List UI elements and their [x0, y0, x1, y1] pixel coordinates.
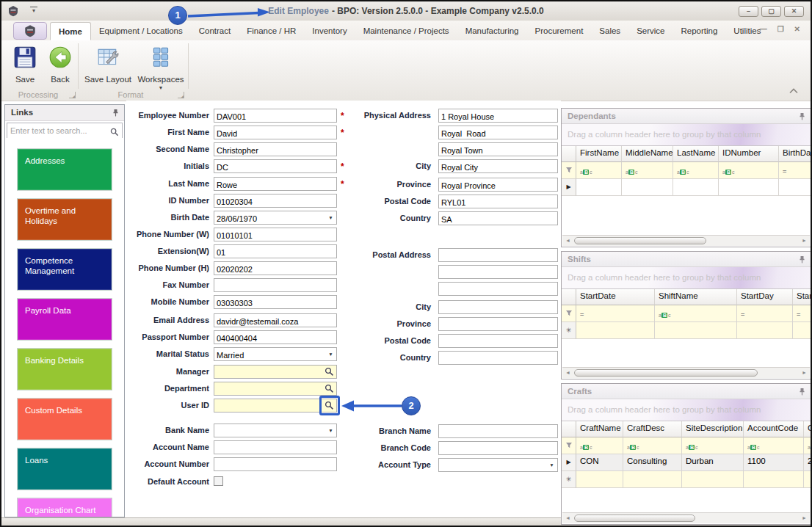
- filter-cell-starttime[interactable]: =: [793, 305, 811, 322]
- filter-cell-idnumber[interactable]: aBc: [719, 162, 779, 179]
- collapse-ribbon-icon[interactable]: [789, 87, 799, 94]
- links-pin-icon[interactable]: [112, 109, 120, 119]
- default-account-checkbox[interactable]: [214, 476, 223, 486]
- branch-name-field[interactable]: [438, 424, 558, 438]
- city-field[interactable]: [438, 159, 558, 173]
- filter-cell-firstname[interactable]: aBc: [576, 162, 622, 179]
- column-header-shiftname[interactable]: ShiftName: [655, 289, 737, 305]
- account-type-field[interactable]: ▼: [438, 458, 558, 472]
- mdi-restore-icon[interactable]: ❐: [777, 25, 784, 33]
- grid-cell[interactable]: CON: [576, 454, 623, 471]
- filter-cell-startdate[interactable]: =: [576, 305, 655, 322]
- country-field[interactable]: [438, 211, 558, 225]
- postal-code-field[interactable]: [438, 195, 558, 208]
- grid-cell[interactable]: [744, 471, 804, 488]
- blank-input[interactable]: [439, 284, 557, 297]
- workspaces-button[interactable]: Workspaces ▼: [135, 43, 186, 90]
- grid-cell[interactable]: [673, 179, 719, 196]
- back-button[interactable]: Back: [40, 43, 81, 90]
- scroll-thumb[interactable]: [574, 369, 758, 377]
- branch-name-input[interactable]: [439, 426, 557, 439]
- province-input[interactable]: [439, 319, 557, 332]
- filter-cell-sitedescription[interactable]: aBc: [682, 437, 744, 454]
- tab-reporting[interactable]: Reporting: [673, 22, 725, 40]
- column-header-sitedescription[interactable]: SiteDescription: [682, 421, 744, 437]
- city-input[interactable]: [439, 302, 557, 315]
- country-field[interactable]: [438, 351, 558, 365]
- tab-sales[interactable]: Sales: [591, 22, 628, 40]
- country-input[interactable]: [439, 353, 557, 366]
- format-dialog-launcher-icon[interactable]: [178, 92, 184, 98]
- phone-number-w-field[interactable]: [214, 228, 337, 241]
- grid-cell[interactable]: [576, 179, 622, 196]
- grid-cell[interactable]: Consulting: [623, 454, 682, 471]
- scroll-left-icon[interactable]: ◄: [565, 238, 570, 243]
- links-tile-banking-details[interactable]: Banking Details: [17, 348, 112, 390]
- column-header-starttime[interactable]: StartTime: [793, 289, 811, 305]
- branch-code-field[interactable]: [438, 441, 558, 455]
- grid-cell[interactable]: [719, 179, 779, 196]
- manager-lookup-icon[interactable]: [323, 366, 335, 377]
- department-field[interactable]: [214, 382, 337, 396]
- province-field[interactable]: [438, 317, 558, 331]
- blank-input[interactable]: [439, 267, 557, 280]
- filter-cell-accountcode[interactable]: aBc: [744, 437, 804, 454]
- postal-code-input[interactable]: [439, 197, 557, 209]
- links-tile-overtime-and-holidays[interactable]: Overtime and Holidays: [17, 198, 112, 241]
- phone-number-w-input[interactable]: [214, 230, 336, 242]
- branch-code-input[interactable]: [439, 443, 557, 456]
- column-header-craftdesc[interactable]: CraftDesc: [623, 421, 682, 437]
- blank-input[interactable]: [439, 128, 557, 140]
- grid-cell[interactable]: [779, 179, 811, 196]
- scroll-right-icon[interactable]: ►: [802, 238, 807, 243]
- search-icon[interactable]: [110, 126, 119, 139]
- province-input[interactable]: [439, 180, 557, 192]
- department-lookup-icon[interactable]: [323, 383, 335, 394]
- postal-code-input[interactable]: [439, 336, 557, 349]
- dependants-pin-icon[interactable]: [798, 112, 806, 123]
- blank-input[interactable]: [439, 145, 557, 157]
- grid-cell[interactable]: 1100: [744, 454, 804, 471]
- manager-input[interactable]: [214, 367, 323, 379]
- filter-cell-birthdate[interactable]: =: [779, 162, 811, 179]
- dropdown-icon[interactable]: ▼: [547, 459, 557, 470]
- postal-address-input[interactable]: [439, 250, 557, 263]
- filter-cell-middlename[interactable]: aBc: [622, 162, 673, 179]
- dependants-hscrollbar[interactable]: ◄►: [562, 235, 810, 246]
- links-tile-organisation-chart[interactable]: Organisation Chart: [17, 498, 112, 517]
- mdi-minimize-icon[interactable]: —: [760, 25, 767, 33]
- crafts-pin-icon[interactable]: [798, 388, 806, 398]
- user-id-field[interactable]: [214, 399, 337, 412]
- links-tile-payroll-data[interactable]: Payroll Data: [17, 298, 112, 341]
- column-header-idnumber[interactable]: IDNumber: [719, 146, 779, 162]
- blank-field[interactable]: [438, 282, 558, 296]
- grid-cell[interactable]: 21: [804, 454, 811, 471]
- maximize-button[interactable]: ▢: [761, 6, 781, 17]
- filter-cell-craftname[interactable]: aBc: [576, 437, 623, 454]
- department-input[interactable]: [214, 384, 323, 396]
- scroll-left-icon[interactable]: ◄: [565, 370, 570, 375]
- mdi-close-icon[interactable]: ✕: [794, 25, 800, 33]
- tab-finance-hr[interactable]: Finance / HR: [239, 22, 304, 40]
- grid-cell[interactable]: [682, 471, 744, 488]
- blank-field[interactable]: [438, 142, 558, 156]
- grid-cell[interactable]: [623, 471, 682, 488]
- column-header-birthdate[interactable]: BirthDate: [779, 146, 811, 162]
- scroll-right-icon[interactable]: ►: [802, 515, 807, 520]
- save-layout-button[interactable]: Save Layout: [81, 43, 135, 90]
- country-input[interactable]: [439, 214, 557, 226]
- physical-address-field[interactable]: [438, 109, 558, 123]
- grid-cell[interactable]: [655, 322, 737, 339]
- column-header-startdate[interactable]: StartDate: [576, 289, 655, 305]
- filter-cell-startday[interactable]: =: [737, 305, 793, 322]
- tab-contract[interactable]: Contract: [191, 22, 239, 40]
- links-tile-loans[interactable]: Loans: [17, 448, 112, 490]
- grid-cell[interactable]: [622, 179, 673, 196]
- city-field[interactable]: [438, 300, 558, 314]
- column-header-cc[interactable]: CC: [804, 421, 811, 437]
- physical-address-input[interactable]: [439, 111, 557, 123]
- account-type-input[interactable]: [439, 460, 547, 473]
- scroll-thumb[interactable]: [574, 515, 695, 522]
- column-header-lastname[interactable]: LastName: [673, 146, 719, 162]
- links-tile-addresses[interactable]: Addresses: [17, 148, 112, 191]
